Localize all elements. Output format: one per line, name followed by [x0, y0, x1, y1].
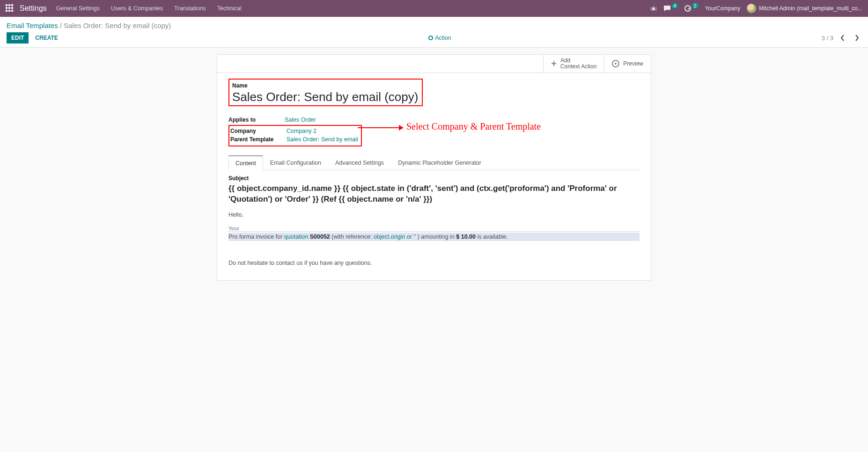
- parent-template-label: Parent Template: [230, 136, 287, 143]
- parent-template-value[interactable]: Sales Order: Send by email: [287, 136, 358, 143]
- plus-icon: +: [551, 60, 557, 67]
- annotation-text: Select Company & Parent Template: [406, 121, 541, 132]
- origin-link[interactable]: object.origin or '': [374, 233, 418, 240]
- create-button[interactable]: CREATE: [35, 35, 58, 41]
- gear-icon: [428, 36, 433, 40]
- statusbar: + Add Context Action Preview: [217, 55, 651, 73]
- tabs: Content Email Configuration Advanced Set…: [228, 155, 640, 170]
- user-name: Mitchell Admin (mail_template_multi_co..…: [759, 5, 862, 12]
- breadcrumb: Email Templates / Sales Order: Send by e…: [0, 17, 868, 30]
- breadcrumb-root[interactable]: Email Templates: [7, 22, 58, 29]
- avatar-icon: [747, 4, 756, 13]
- quotation-link[interactable]: quotation: [284, 233, 308, 240]
- preview-icon: [612, 60, 619, 67]
- pager-prev-button[interactable]: [838, 33, 847, 43]
- name-value: Sales Order: Send by email (copy): [232, 90, 418, 104]
- company-parent-highlight: Company Company 2 Parent Template Sales …: [228, 125, 362, 146]
- applies-to-label: Applies to: [228, 117, 285, 123]
- menu-general-settings[interactable]: General Settings: [56, 5, 100, 12]
- body-highlight-line: Pro forma invoice for quotation S00052 (…: [228, 233, 640, 241]
- subject-value: {{ object.company_id.name }} {{ object.s…: [228, 183, 640, 205]
- tab-dynamic-placeholder[interactable]: Dynamic Placeholder Generator: [391, 155, 488, 170]
- menu-translations[interactable]: Translations: [174, 5, 206, 12]
- main-navbar: Settings General Settings Users & Compan…: [0, 0, 868, 17]
- svg-point-0: [652, 7, 655, 10]
- tab-advanced-settings[interactable]: Advanced Settings: [328, 155, 391, 170]
- user-menu[interactable]: Mitchell Admin (mail_template_multi_co..…: [747, 4, 862, 13]
- tab-content-panel: Subject {{ object.company_id.name }} {{ …: [228, 170, 640, 266]
- form-sheet: + Add Context Action Preview Name Sales …: [217, 54, 651, 281]
- add-context-action-button[interactable]: + Add Context Action: [543, 55, 604, 73]
- company-label: Company: [230, 128, 287, 134]
- preview-button[interactable]: Preview: [604, 55, 651, 73]
- body-hello: Hello,: [228, 211, 640, 218]
- pager-text: 3 / 3: [822, 35, 833, 42]
- activities-icon[interactable]: 2: [684, 5, 699, 12]
- tab-content[interactable]: Content: [228, 155, 263, 170]
- company-value[interactable]: Company 2: [287, 128, 316, 134]
- action-dropdown[interactable]: Action: [58, 35, 822, 41]
- app-title[interactable]: Settings: [20, 4, 47, 13]
- messaging-icon[interactable]: 4: [663, 5, 678, 12]
- control-panel: Email Templates / Sales Order: Send by e…: [0, 17, 868, 48]
- applies-to-value[interactable]: Sales Order: [285, 117, 316, 123]
- body-footer: Do not hesitate to contact us if you hav…: [228, 260, 640, 266]
- annotation-arrow: [358, 125, 404, 131]
- apps-icon[interactable]: [6, 4, 14, 13]
- subject-label: Subject: [228, 175, 640, 182]
- breadcrumb-current: Sales Order: Send by email (copy): [64, 22, 171, 29]
- menu-users-companies[interactable]: Users & Companies: [111, 5, 163, 12]
- name-label: Name: [232, 82, 418, 89]
- name-field-highlight: Name Sales Order: Send by email (copy): [228, 79, 423, 106]
- tab-email-configuration[interactable]: Email Configuration: [263, 155, 328, 170]
- activities-badge: 2: [692, 3, 699, 8]
- company-switcher[interactable]: YourCompany: [705, 5, 741, 12]
- menu-technical[interactable]: Technical: [217, 5, 242, 12]
- messaging-badge: 4: [672, 3, 678, 8]
- pager-next-button[interactable]: [852, 33, 861, 43]
- debug-icon[interactable]: [650, 5, 657, 12]
- body-your: Your: [228, 226, 640, 232]
- edit-button[interactable]: EDIT: [7, 32, 29, 44]
